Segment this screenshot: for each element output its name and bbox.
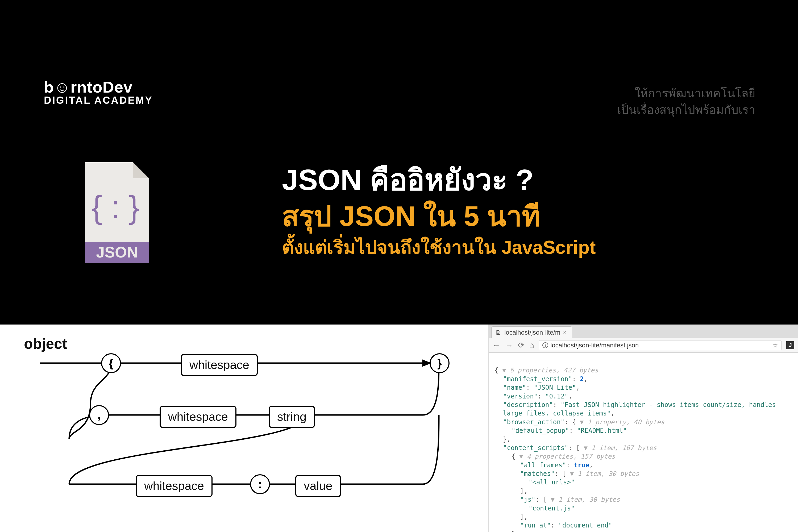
site-info-icon[interactable]: i: [543, 342, 548, 348]
railroad-ws1: whitespace: [181, 354, 258, 376]
brand-logo: b☺rntoDev DIGITAL ACADEMY: [44, 78, 153, 106]
tab-title: localhost/json-lite/m: [504, 329, 560, 336]
railroad-colon: :: [250, 474, 270, 494]
reload-icon[interactable]: ⟳: [518, 341, 525, 350]
railroad-string: string: [269, 406, 315, 428]
json-file-glyph: { : }: [92, 189, 139, 225]
railroad-value: value: [295, 475, 341, 497]
bookmark-star-icon[interactable]: ☆: [772, 342, 778, 349]
tagline: ให้การพัฒนาเทคโนโลยี เป็นเรื่องสนุกไปพร้…: [617, 85, 756, 118]
railroad-ws2: whitespace: [159, 406, 236, 428]
json-object-railroad-diagram: object { whitespace }: [24, 335, 463, 532]
title-line2: สรุป JSON ใน 5 นาที: [282, 200, 596, 233]
railroad-ws3: whitespace: [136, 475, 212, 497]
tab-strip: 🗎 localhost/json-lite/m ×: [489, 324, 798, 338]
svg-marker-2: [423, 360, 430, 366]
brand-sub: DIGITAL ACADEMY: [44, 95, 153, 106]
browser-tab[interactable]: 🗎 localhost/json-lite/m ×: [491, 326, 572, 338]
back-icon[interactable]: ←: [492, 341, 500, 350]
address-bar[interactable]: i localhost/json-lite/manifest.json ☆: [539, 340, 781, 350]
file-icon: 🗎: [495, 329, 502, 336]
home-icon[interactable]: ⌂: [529, 341, 534, 350]
tab-close-icon[interactable]: ×: [563, 329, 567, 336]
browser-window: 🗎 localhost/json-lite/m × ← → ⟳ ⌂ i loca…: [488, 324, 798, 532]
json-file-label: JSON: [96, 243, 138, 261]
brand-name: b☺rntoDev: [44, 78, 153, 96]
bottom-panel: object { whitespace }: [0, 324, 798, 532]
json-file-icon: JSON { : }: [80, 162, 154, 264]
browser-toolbar: ← → ⟳ ⌂ i localhost/json-lite/manifest.j…: [489, 338, 798, 353]
tagline-line2: เป็นเรื่องสนุกไปพร้อมกับเรา: [617, 101, 756, 118]
forward-icon[interactable]: →: [505, 341, 513, 350]
extension-badge[interactable]: J: [786, 341, 794, 349]
title-line1: JSON คืออิหยังวะ ?: [282, 162, 596, 197]
railroad-open-brace: {: [101, 353, 121, 373]
tagline-line1: ให้การพัฒนาเทคโนโลยี: [617, 85, 756, 101]
json-preview: { ▼ 6 properties, 427 bytes "manifest_ve…: [489, 353, 798, 532]
title-line3: ตั้งแต่เริ่มไปจนถึงใช้งานใน JavaScript: [282, 236, 596, 259]
hero-banner: b☺rntoDev DIGITAL ACADEMY ให้การพัฒนาเทค…: [0, 0, 798, 324]
railroad-close-brace: }: [430, 353, 450, 373]
railroad-comma: ,: [89, 405, 109, 425]
url-text: localhost/json-lite/manifest.json: [550, 342, 639, 349]
title-block: JSON คืออิหยังวะ ? สรุป JSON ใน 5 นาที ต…: [282, 162, 596, 259]
